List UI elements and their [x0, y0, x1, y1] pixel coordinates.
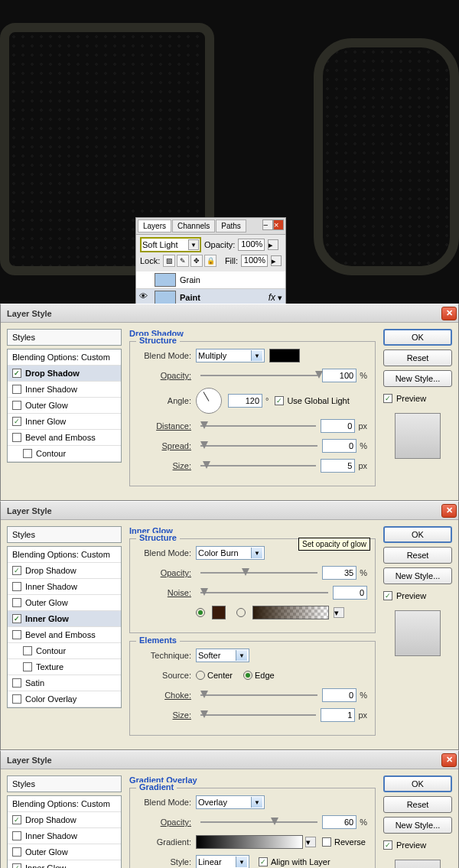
checkbox-icon[interactable] [12, 847, 21, 857]
new-style-button[interactable]: New Style... [383, 370, 452, 387]
checkbox-icon[interactable] [12, 678, 21, 688]
checkbox-icon[interactable] [12, 582, 21, 591]
opacity-input[interactable] [322, 815, 356, 829]
checkbox-icon[interactable] [12, 863, 21, 868]
close-button[interactable]: ✕ [441, 753, 457, 767]
gradient-swatch[interactable] [196, 835, 303, 849]
checkbox-icon[interactable] [12, 815, 21, 824]
style-bevel-emboss[interactable]: Bevel and Emboss [8, 627, 121, 643]
tab-paths[interactable]: Paths [216, 219, 246, 232]
style-select[interactable]: Linear▼ [196, 855, 249, 868]
style-drop-shadow[interactable]: Drop Shadow [8, 812, 121, 828]
style-color-overlay[interactable]: Color Overlay [8, 691, 121, 707]
new-style-button[interactable]: New Style... [383, 817, 452, 834]
size-slider[interactable] [200, 708, 316, 722]
ok-button[interactable]: OK [383, 526, 452, 543]
checkbox-icon[interactable] [12, 566, 21, 575]
checkbox-icon[interactable] [12, 694, 21, 704]
minimize-icon[interactable]: − [262, 219, 273, 230]
noise-slider[interactable] [200, 586, 328, 600]
gradient-swatch[interactable] [252, 606, 329, 619]
checkbox-icon[interactable] [23, 662, 32, 671]
tab-layers[interactable]: Layers [138, 219, 171, 232]
layer-row[interactable]: Grain [136, 271, 285, 289]
reset-button[interactable]: Reset [383, 796, 452, 813]
size-input[interactable] [321, 708, 355, 722]
style-texture[interactable]: Texture [8, 659, 121, 675]
blend-mode-dropdown[interactable]: Soft Light ▼ [140, 237, 201, 252]
style-drop-shadow[interactable]: Drop Shadow [8, 563, 121, 579]
style-blending-options[interactable]: Blending Options: Custom [8, 796, 121, 812]
style-inner-shadow[interactable]: Inner Shadow [8, 828, 121, 844]
new-style-button[interactable]: New Style... [383, 567, 452, 584]
source-center-radio[interactable] [196, 671, 205, 680]
checkbox-icon[interactable] [12, 598, 21, 607]
checkbox-icon[interactable] [12, 614, 21, 623]
angle-input[interactable] [228, 394, 262, 408]
checkbox-icon[interactable] [23, 646, 32, 655]
blend-mode-select[interactable]: Color Burn▼ [196, 546, 265, 560]
style-outer-glow[interactable]: Outer Glow [8, 844, 121, 860]
chevron-down-icon[interactable]: ▾ [305, 837, 316, 847]
opacity-input[interactable]: 100% [238, 239, 265, 251]
spread-slider[interactable] [200, 439, 317, 453]
noise-input[interactable] [333, 586, 367, 600]
lock-move-icon[interactable]: ✥ [190, 255, 203, 267]
style-inner-glow[interactable]: Inner Glow [8, 611, 121, 627]
align-checkbox[interactable] [259, 857, 268, 866]
style-inner-shadow[interactable]: Inner Shadow [8, 579, 121, 595]
checkbox-icon[interactable] [12, 433, 21, 442]
reset-button[interactable]: Reset [383, 349, 452, 366]
global-light-checkbox[interactable] [275, 396, 284, 405]
distance-slider[interactable] [200, 419, 316, 433]
style-contour[interactable]: Contour [8, 446, 121, 462]
opacity-slider[interactable] [200, 566, 317, 580]
opacity-input[interactable] [322, 369, 356, 382]
glow-gradient-radio[interactable] [236, 608, 246, 617]
style-outer-glow[interactable]: Outer Glow [8, 398, 121, 414]
preview-checkbox[interactable] [383, 591, 392, 600]
blend-mode-select[interactable]: Overlay▼ [196, 795, 265, 809]
visibility-icon[interactable]: 👁 [139, 291, 151, 304]
checkbox-icon[interactable] [12, 369, 21, 378]
color-swatch[interactable] [212, 606, 226, 619]
fill-arrow-icon[interactable]: ▸ [271, 255, 282, 266]
fx-badge-icon[interactable]: fx [269, 292, 275, 303]
opacity-slider[interactable] [200, 369, 317, 382]
style-outer-glow[interactable]: Outer Glow [8, 595, 121, 611]
style-inner-glow[interactable]: Inner Glow [8, 414, 121, 430]
lock-transparency-icon[interactable]: ▧ [163, 255, 175, 267]
color-swatch[interactable] [269, 349, 300, 362]
fill-input[interactable]: 100% [241, 255, 268, 267]
angle-dial[interactable] [196, 388, 222, 414]
size-input[interactable] [321, 459, 355, 473]
preview-checkbox[interactable] [383, 840, 392, 850]
style-inner-shadow[interactable]: Inner Shadow [8, 382, 121, 398]
style-blending-options[interactable]: Blending Options: Custom [8, 547, 121, 563]
ok-button[interactable]: OK [383, 329, 452, 346]
reset-button[interactable]: Reset [383, 547, 452, 564]
lock-paint-icon[interactable]: ✎ [177, 255, 189, 267]
spread-input[interactable] [322, 439, 356, 453]
style-bevel-emboss[interactable]: Bevel and Emboss [8, 430, 121, 446]
chevron-down-icon[interactable]: ▾ [334, 607, 344, 618]
choke-input[interactable] [322, 688, 356, 702]
checkbox-icon[interactable] [23, 449, 32, 458]
ok-button[interactable]: OK [383, 775, 452, 792]
preview-checkbox[interactable] [383, 394, 392, 403]
checkbox-icon[interactable] [12, 401, 21, 410]
source-edge-radio[interactable] [243, 671, 252, 680]
close-icon[interactable]: × [273, 219, 284, 230]
tab-channels[interactable]: Channels [172, 219, 215, 232]
style-inner-glow[interactable]: Inner Glow [8, 860, 121, 868]
distance-input[interactable] [321, 419, 355, 433]
checkbox-icon[interactable] [12, 385, 21, 394]
choke-slider[interactable] [200, 688, 317, 702]
checkbox-icon[interactable] [12, 831, 21, 840]
opacity-arrow-icon[interactable]: ▸ [268, 239, 278, 250]
glow-color-radio[interactable] [196, 608, 205, 617]
style-blending-options[interactable]: Blending Options: Custom [8, 349, 121, 366]
style-contour[interactable]: Contour [8, 643, 121, 659]
close-button[interactable]: ✕ [441, 504, 457, 518]
checkbox-icon[interactable] [12, 417, 21, 426]
